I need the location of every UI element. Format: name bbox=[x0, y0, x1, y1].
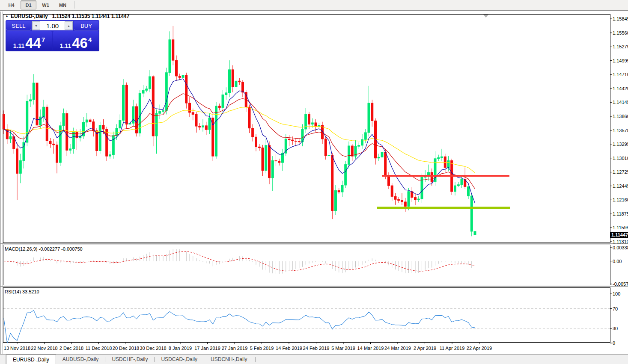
candle-body bbox=[165, 73, 167, 110]
date-axis-label: 8 Jan 2019 bbox=[169, 346, 192, 351]
resistance-line[interactable] bbox=[382, 175, 509, 177]
price-axis-label: 1.15845 bbox=[613, 16, 628, 21]
price-axis-label: 1.14710 bbox=[613, 72, 628, 77]
tab-usdcad-daily[interactable]: USDCAD-,Daily bbox=[155, 355, 204, 364]
buy-button[interactable]: BUY bbox=[74, 21, 98, 30]
candle-body bbox=[16, 149, 18, 173]
collapse-triangle-icon[interactable]: ▲ bbox=[5, 14, 9, 18]
candle-body bbox=[33, 83, 35, 100]
candle-body bbox=[258, 147, 260, 148]
candle-body bbox=[225, 93, 227, 95]
tabbar-spacer bbox=[0, 355, 6, 364]
candle-body bbox=[328, 155, 330, 156]
candle-body bbox=[368, 103, 370, 133]
price-axis-label: 1.13295 bbox=[613, 142, 628, 147]
timeframe-toolbar: H4D1W1MN bbox=[0, 0, 628, 11]
candle-body bbox=[199, 126, 201, 127]
candle-body bbox=[169, 40, 171, 73]
tab-eurusd-daily[interactable]: EURUSD-,Daily bbox=[6, 355, 56, 364]
date-axis-label: 17 Jan 2019 bbox=[194, 346, 220, 351]
price-axis-label: 1.12445 bbox=[613, 183, 628, 189]
candle-body bbox=[53, 144, 55, 145]
sell-quote-button[interactable]: 1.11 44 7 bbox=[6, 31, 52, 50]
date-axis-label: 5 Feb 2019 bbox=[250, 346, 274, 351]
chart-title: ▲EURUSD-,Daily1.11524 1.11535 1.11441 1.… bbox=[5, 13, 129, 19]
volume-decrease-icon[interactable]: ▼ bbox=[32, 21, 40, 30]
candle-body bbox=[222, 95, 224, 107]
candle-body bbox=[3, 114, 5, 129]
timeframe-button-mn[interactable]: MN bbox=[55, 0, 71, 9]
candle-body bbox=[324, 139, 327, 156]
tab-usdcnh-daily[interactable]: USDCNH-,Daily bbox=[204, 355, 253, 364]
buy-price-pip: 4 bbox=[88, 36, 92, 43]
sell-price-main: 44 bbox=[25, 38, 41, 49]
candle-body bbox=[338, 191, 340, 192]
price-axis-label: 1.11875 bbox=[613, 211, 628, 216]
date-axis-label: 14 Feb 2019 bbox=[276, 346, 302, 351]
candle-body bbox=[43, 107, 45, 117]
date-axis-label: 27 Jan 2019 bbox=[222, 346, 248, 351]
candle-body bbox=[119, 120, 121, 128]
chart-symbol-label: EURUSD-,Daily bbox=[11, 13, 48, 19]
candle-body bbox=[172, 40, 174, 60]
candle-body bbox=[49, 141, 51, 144]
timeframe-button-w1[interactable]: W1 bbox=[38, 0, 54, 9]
date-axis-label: 22 Apr 2019 bbox=[467, 346, 492, 351]
candle-body bbox=[39, 117, 42, 125]
date-axis-label: 13 Nov 2018 bbox=[4, 346, 30, 351]
candle-body bbox=[99, 125, 101, 151]
candle-body bbox=[371, 103, 373, 121]
candle-body bbox=[378, 157, 380, 158]
rsi-indicator-label: RSI(14) 33.5210 bbox=[5, 289, 39, 294]
support-line[interactable] bbox=[377, 207, 510, 209]
candle-body bbox=[275, 160, 277, 161]
rsi-axis-label: 0 bbox=[613, 340, 615, 346]
candle-body bbox=[341, 185, 343, 192]
date-axis-label: 24 Feb 2019 bbox=[303, 346, 330, 351]
tab-audusd-daily[interactable]: AUDUSD-,Daily bbox=[56, 355, 105, 364]
candle-body bbox=[288, 139, 290, 140]
timeframe-button-h4[interactable]: H4 bbox=[3, 0, 19, 9]
candle-body bbox=[388, 175, 390, 186]
candle-body bbox=[404, 202, 406, 206]
sell-button[interactable]: SELL bbox=[6, 21, 31, 30]
price-chart[interactable] bbox=[0, 12, 628, 364]
date-axis-label: 2 Dec 2018 bbox=[60, 346, 83, 351]
current-price-tag: 1.11447 bbox=[610, 232, 628, 238]
candle-body bbox=[470, 196, 473, 231]
candle-body bbox=[401, 200, 403, 201]
date-axis-label: 11 Dec 2018 bbox=[86, 346, 112, 351]
candle-body bbox=[46, 107, 48, 141]
candle-body bbox=[238, 81, 241, 82]
candle-body bbox=[298, 142, 300, 142]
candle-body bbox=[262, 148, 264, 171]
volume-input[interactable]: 1.00 bbox=[40, 21, 65, 30]
date-axis-label: 22 Nov 2018 bbox=[31, 346, 57, 351]
volume-increase-icon[interactable]: ▲ bbox=[65, 21, 73, 30]
chart-shift-icon[interactable] bbox=[483, 15, 488, 18]
candle-body bbox=[454, 186, 456, 192]
chart-window: ▲EURUSD-,Daily1.11524 1.11535 1.11441 1.… bbox=[0, 12, 628, 364]
candle-body bbox=[139, 93, 141, 133]
candle-body bbox=[444, 157, 446, 167]
candle-body bbox=[189, 103, 191, 112]
candle-body bbox=[162, 110, 164, 111]
candle-body bbox=[391, 186, 393, 196]
chart-ohlc-quotes: 1.11524 1.11535 1.11441 1.11447 bbox=[52, 13, 130, 19]
rsi-axis-label: 30 bbox=[613, 326, 618, 331]
rsi-axis-label: 100 bbox=[613, 291, 620, 296]
sell-price-pip: 7 bbox=[42, 36, 45, 43]
buy-quote-button[interactable]: 1.11 46 4 bbox=[53, 31, 98, 50]
tab-usdchf-daily[interactable]: USDCHF-,Daily bbox=[105, 355, 154, 364]
price-axis-label: 1.12160 bbox=[613, 197, 628, 202]
timeframe-button-d1[interactable]: D1 bbox=[21, 0, 36, 9]
symbol-tabbar: EURUSD-,DailyAUDUSD-,DailyUSDCHF-,DailyU… bbox=[0, 354, 628, 364]
candle-body bbox=[63, 113, 65, 126]
macd-axis-label: 0.003386 bbox=[613, 245, 628, 250]
candle-body bbox=[398, 199, 400, 200]
candle-body bbox=[72, 132, 74, 149]
candle-body bbox=[271, 160, 274, 178]
candle-body bbox=[202, 126, 204, 127]
date-axis-label: 2 Apr 2019 bbox=[414, 346, 436, 351]
candle-body bbox=[19, 160, 21, 173]
